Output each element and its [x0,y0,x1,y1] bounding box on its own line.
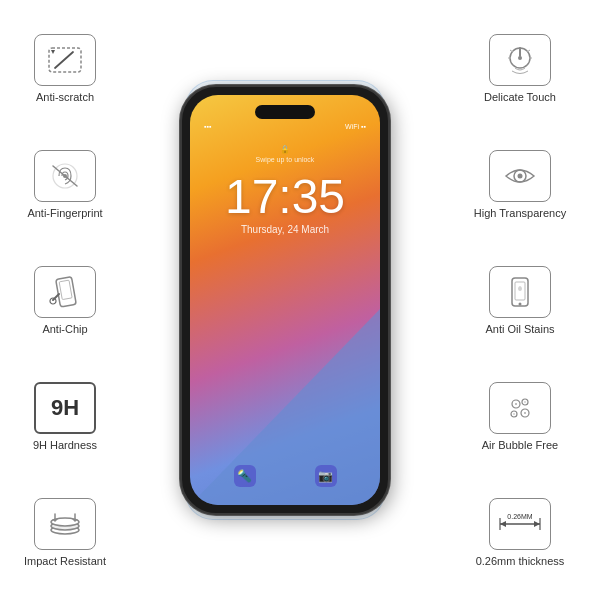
feature-delicate-touch: Delicate Touch [484,34,556,103]
air-bubble-free-label: Air Bubble Free [482,439,558,451]
svg-line-5 [53,166,77,186]
9h-hardness-label: 9H Hardness [33,439,97,451]
svg-point-26 [519,302,522,305]
swipe-text: Swipe up to unlock [190,156,380,163]
svg-text:0.26MM: 0.26MM [507,513,532,520]
anti-oil-stains-icon [489,266,551,318]
anti-fingerprint-label: Anti-Fingerprint [27,207,102,219]
phone-dock: 🔦 📷 [190,465,380,487]
svg-marker-36 [500,521,506,527]
anti-chip-label: Anti-Chip [42,323,87,335]
feature-anti-scratch: Anti-scratch [34,34,96,103]
impact-resistant-icon [34,498,96,550]
anti-fingerprint-icon [34,150,96,202]
svg-point-34 [524,412,526,414]
high-transparency-label: High Transparency [474,207,566,219]
left-features: Anti-scratch Anti-Fingerprint [0,0,130,600]
feature-anti-oil-stains: Anti Oil Stains [485,266,554,335]
feature-thickness: 0.26MM 0.26mm thickness [476,498,565,567]
anti-oil-stains-label: Anti Oil Stains [485,323,554,335]
delicate-touch-label: Delicate Touch [484,91,556,103]
anti-scratch-label: Anti-scratch [36,91,94,103]
phone-display: ▪▪▪ WiFi ▪▪ 🔒 Swipe up to unlock 17:35 T… [130,0,440,600]
feature-impact-resistant: Impact Resistant [24,498,106,567]
svg-line-1 [55,52,73,68]
feature-9h-hardness: 9H 9H Hardness [33,382,97,451]
delicate-touch-icon [489,34,551,86]
svg-point-31 [515,403,517,405]
phone-screen: ▪▪▪ WiFi ▪▪ 🔒 Swipe up to unlock 17:35 T… [190,95,380,505]
svg-point-33 [513,413,515,415]
svg-point-32 [524,401,526,403]
svg-rect-6 [56,276,77,306]
feature-high-transparency: High Transparency [474,150,566,219]
feature-anti-chip: Anti-Chip [34,266,96,335]
lock-screen-content: 🔒 Swipe up to unlock 17:35 Thursday, 24 … [190,145,380,235]
anti-chip-icon [34,266,96,318]
page-layout: Anti-scratch Anti-Fingerprint [0,0,600,600]
thickness-icon: 0.26MM [489,498,551,550]
high-transparency-icon [489,150,551,202]
time-display: 17:35 [190,173,380,221]
date-display: Thursday, 24 March [190,224,380,235]
air-bubble-free-icon [489,382,551,434]
svg-point-23 [517,173,522,178]
phone-wrapper: ▪▪▪ WiFi ▪▪ 🔒 Swipe up to unlock 17:35 T… [175,70,395,530]
svg-marker-2 [51,50,55,54]
wifi-battery: WiFi ▪▪ [345,123,366,130]
impact-resistant-label: Impact Resistant [24,555,106,567]
svg-point-17 [518,56,522,60]
feature-air-bubble-free: Air Bubble Free [482,382,558,451]
9h-hardness-icon: 9H [34,382,96,434]
svg-rect-7 [59,280,72,299]
signal-icon: ▪▪▪ [204,123,211,130]
feature-anti-fingerprint: Anti-Fingerprint [27,150,102,219]
dock-camera-icon: 📷 [315,465,337,487]
phone: ▪▪▪ WiFi ▪▪ 🔒 Swipe up to unlock 17:35 T… [180,85,390,515]
lock-icon: 🔒 [190,145,380,154]
svg-marker-37 [534,521,540,527]
thickness-label: 0.26mm thickness [476,555,565,567]
status-bar: ▪▪▪ WiFi ▪▪ [190,123,380,130]
dock-torch-icon: 🔦 [234,465,256,487]
right-features: Delicate Touch High Transparency [440,0,600,600]
dynamic-island [255,105,315,119]
anti-scratch-icon [34,34,96,86]
